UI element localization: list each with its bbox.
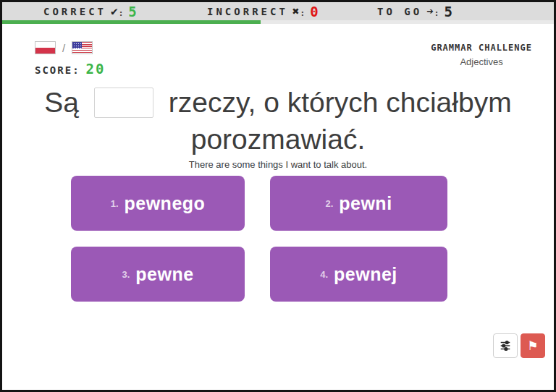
incorrect-stat: INCORRECT ✖ : 0 [207, 2, 319, 20]
quiz-window: CORRECT ✔ : 5 INCORRECT ✖ : 0 TO GO ➔ : … [0, 0, 556, 392]
progress-fill [2, 20, 261, 24]
correct-count: 5 [128, 4, 136, 20]
check-icon: ✔ [111, 4, 118, 18]
correct-label: CORRECT [43, 6, 106, 17]
score-row: SCORE: 20 [35, 61, 105, 77]
answer-blank-input[interactable] [94, 88, 153, 118]
report-flag-button[interactable]: ⚑ [521, 333, 545, 358]
question-sentence: Są rzeczy, o których chciałbym porozmawi… [32, 85, 524, 157]
sliders-icon [499, 339, 512, 352]
incorrect-count: 0 [310, 4, 318, 20]
arrow-right-icon: ➔ [426, 4, 434, 18]
incorrect-label: INCORRECT [207, 6, 288, 17]
answer-number: 1. [111, 198, 119, 209]
question-after-blank: rzeczy, o których chciałbym porozmawiać. [169, 87, 512, 155]
question-before-blank: Są [44, 87, 79, 118]
usa-flag-canton [72, 42, 82, 48]
challenge-subtitle: Adjectives [431, 56, 532, 67]
challenge-header: GRAMMAR CHALLENGE Adjectives [431, 43, 532, 67]
footer-actions: ⚑ [493, 333, 545, 358]
answer-text: pewne [135, 264, 193, 285]
challenge-title: GRAMMAR CHALLENGE [431, 43, 532, 53]
score-label: SCORE: [35, 64, 80, 77]
language-pair: / [35, 41, 105, 54]
incorrect-colon: : [300, 9, 306, 20]
correct-stat: CORRECT ✔ : 5 [43, 2, 137, 20]
answer-option-2[interactable]: 2. pewni [270, 176, 447, 231]
togo-count: 5 [444, 4, 452, 20]
score-value: 20 [86, 61, 106, 77]
answer-option-3[interactable]: 3. pewne [71, 247, 245, 302]
language-separator: / [62, 42, 65, 54]
answer-options: 1. pewnego 2. pewni 3. pewne 4. pewnej [71, 176, 447, 302]
answer-text: pewnego [125, 193, 206, 214]
answer-number: 4. [320, 269, 328, 280]
togo-label: TO GO [377, 6, 422, 17]
question-translation: There are some things I want to talk abo… [2, 159, 554, 170]
answer-option-1[interactable]: 1. pewnego [71, 176, 245, 231]
togo-colon: : [434, 9, 439, 20]
answer-number: 3. [122, 269, 130, 280]
x-icon: ✖ [292, 4, 300, 18]
answer-text: pewni [339, 193, 392, 214]
language-score-block: / SCORE: 20 [35, 41, 105, 77]
answer-number: 2. [325, 198, 333, 209]
progress-bar [2, 20, 554, 24]
togo-stat: TO GO ➔ : 5 [377, 2, 452, 20]
flag-icon: ⚑ [527, 340, 538, 352]
settings-button[interactable] [493, 333, 518, 358]
poland-flag-icon [35, 41, 56, 54]
correct-colon: : [119, 9, 124, 20]
usa-flag-icon [72, 41, 93, 54]
answer-option-4[interactable]: 4. pewnej [270, 247, 447, 302]
answer-text: pewnej [334, 264, 397, 285]
stats-bar: CORRECT ✔ : 5 INCORRECT ✖ : 0 TO GO ➔ : … [2, 2, 554, 20]
